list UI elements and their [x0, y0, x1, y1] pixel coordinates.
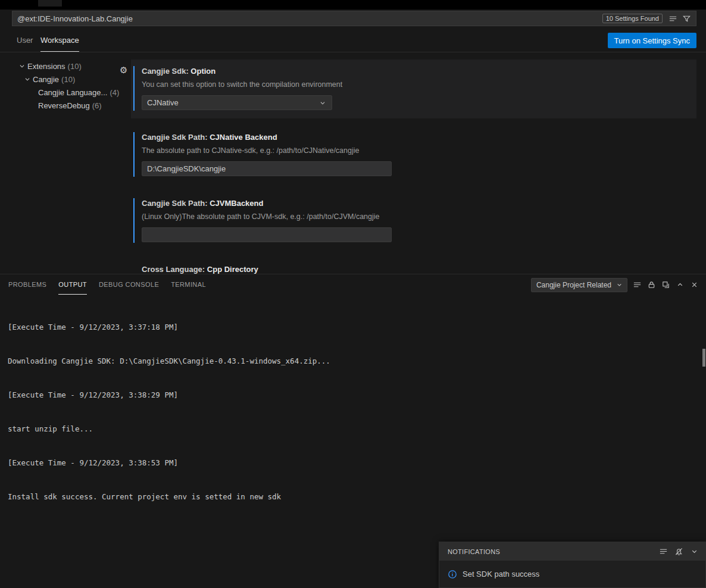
notifications-center: NOTIFICATIONS Set SDK path success [439, 542, 706, 588]
do-not-disturb-icon[interactable] [674, 547, 683, 556]
tab-problems[interactable]: PROBLEMS [8, 274, 46, 295]
setting-name: CJNative Backend [210, 133, 277, 142]
output-line: start unzip file... [8, 423, 698, 434]
modified-indicator [133, 132, 135, 177]
dropdown-value: CJNative [147, 98, 179, 107]
modified-indicator [133, 66, 135, 111]
search-actions [668, 14, 691, 23]
setting-category: Cangjie Sdk Path: [142, 133, 210, 142]
setting-description: (Linux Only)The absolute path to CJVM-sd… [142, 212, 688, 221]
chevron-down-icon [23, 75, 32, 83]
notification-item[interactable]: Set SDK path success [439, 561, 705, 587]
setting-category: Cangjie Sdk: [142, 67, 190, 76]
toc-count: (6) [92, 101, 102, 110]
settings-search-query: @ext:IDE-Innovation-Lab.Cangjie [17, 14, 602, 23]
cjvm-path-input[interactable] [142, 227, 392, 242]
input-value: D:\CangjieSDK\cangjie [147, 164, 226, 173]
setting-row-cpp-directory[interactable]: Cross Language: Cpp Directory [131, 258, 696, 274]
toc-item-cangjie-language[interactable]: Cangjie Language... (4) [0, 86, 126, 99]
open-in-editor-icon[interactable] [661, 280, 670, 289]
output-line: [Execute Time - 9/12/2023, 3:37:18 PM] [8, 321, 698, 333]
notification-message: Set SDK path success [463, 570, 539, 578]
notifications-title: NOTIFICATIONS [448, 548, 659, 555]
toc-label: Cangjie Language... [38, 88, 107, 97]
clear-search-filters-icon[interactable] [668, 14, 677, 23]
close-panel-icon[interactable] [690, 280, 699, 289]
toc-count: (10) [68, 62, 82, 71]
setting-name: Cpp Directory [207, 265, 258, 274]
toc-label: Cangjie [33, 75, 59, 84]
maximize-panel-icon[interactable] [676, 280, 685, 289]
settings-scope-tabs: User Workspace Turn on Settings Sync [0, 30, 706, 52]
toc-item-extensions[interactable]: Extensions (10) [0, 60, 126, 73]
panel-actions: Cangjie Project Related [531, 274, 699, 295]
toc-item-cangjie[interactable]: Cangjie (10) [0, 73, 126, 86]
output-channel-select[interactable]: Cangjie Project Related [531, 278, 627, 292]
toc-count: (4) [110, 88, 119, 97]
setting-title: Cross Language: Cpp Directory [142, 265, 688, 274]
setting-row-cjvm-path[interactable]: Cangjie Sdk Path: CJVMBackend (Linux Onl… [131, 192, 696, 251]
settings-search-input[interactable]: @ext:IDE-Innovation-Lab.Cangjie 10 Setti… [12, 11, 696, 26]
hide-notifications-icon[interactable] [690, 547, 699, 556]
info-icon [448, 570, 457, 579]
output-line: [Execute Time - 9/12/2023, 3:38:29 PM] [8, 389, 698, 401]
setting-category: Cross Language: [142, 265, 207, 274]
panel-header: PROBLEMS OUTPUT DEBUG CONSOLE TERMINAL C… [0, 274, 706, 295]
output-log: [Execute Time - 9/12/2023, 3:37:18 PM] D… [0, 295, 706, 528]
setting-row-sdk-option[interactable]: Cangjie Sdk: Option You can set this opt… [131, 60, 696, 118]
setting-category: Cangjie Sdk Path: [142, 199, 210, 208]
chevron-down-icon [318, 99, 327, 107]
chevron-down-icon [18, 62, 26, 70]
chevron-down-icon [616, 281, 623, 289]
output-line: Install sdk success. Current project env… [8, 491, 698, 502]
output-line: Downloading Cangjie SDK: D:\CangjieSDK\C… [8, 355, 698, 367]
setting-title: Cangjie Sdk: Option [142, 67, 688, 76]
settings-toc: Extensions (10) Cangjie (10) Cangjie Lan… [0, 60, 126, 112]
setting-description: The absolute path to CJNative-sdk, e.g.:… [142, 146, 688, 155]
sdk-option-dropdown[interactable]: CJNative [142, 95, 332, 110]
tab-output[interactable]: OUTPUT [58, 274, 87, 295]
tab-terminal[interactable]: TERMINAL [171, 274, 206, 295]
notifications-actions [659, 547, 699, 556]
settings-sync-button[interactable]: Turn on Settings Sync [608, 33, 696, 48]
cjnative-path-input[interactable]: D:\CangjieSDK\cangjie [142, 161, 392, 176]
titlebar-fragment [38, 0, 62, 7]
titlebar [0, 0, 706, 10]
toc-count: (10) [61, 75, 75, 84]
clear-output-icon[interactable] [633, 280, 642, 289]
modified-indicator [133, 198, 135, 243]
tab-workspace[interactable]: Workspace [40, 36, 79, 52]
channel-select-value: Cangjie Project Related [536, 281, 611, 289]
filter-icon[interactable] [682, 14, 691, 23]
toc-label: Extensions [27, 62, 65, 71]
tab-debug-console[interactable]: DEBUG CONSOLE [99, 274, 159, 295]
output-line: [Execute Time - 9/12/2023, 3:38:53 PM] [8, 457, 698, 468]
panel-tabs: PROBLEMS OUTPUT DEBUG CONSOLE TERMINAL [8, 274, 206, 295]
scrollbar-thumb[interactable] [702, 349, 705, 367]
tab-user[interactable]: User [17, 36, 33, 52]
bottom-panel: PROBLEMS OUTPUT DEBUG CONSOLE TERMINAL C… [0, 274, 706, 588]
setting-description: You can set this option to switch the co… [142, 80, 688, 89]
notifications-header: NOTIFICATIONS [439, 542, 705, 561]
lock-icon[interactable] [647, 280, 656, 289]
settings-count-badge: 10 Settings Found [602, 14, 663, 23]
setting-title: Cangjie Sdk Path: CJVMBackend [142, 199, 688, 208]
toc-label: ReverseDebug [38, 101, 90, 110]
setting-row-cjnative-path[interactable]: Cangjie Sdk Path: CJNative Backend The a… [131, 126, 696, 184]
setting-title: Cangjie Sdk Path: CJNative Backend [142, 133, 688, 142]
vscode-window: @ext:IDE-Innovation-Lab.Cangjie 10 Setti… [0, 0, 706, 588]
gear-glyph: ⚙ [120, 65, 127, 76]
setting-gear-icon[interactable]: ⚙ [120, 65, 127, 76]
settings-list: Cangjie Sdk: Option You can set this opt… [131, 60, 696, 274]
clear-all-notifications-icon[interactable] [659, 547, 668, 556]
toc-item-reversedebug[interactable]: ReverseDebug (6) [0, 99, 126, 112]
setting-name: CJVMBackend [210, 199, 263, 208]
setting-name: Option [190, 67, 215, 76]
